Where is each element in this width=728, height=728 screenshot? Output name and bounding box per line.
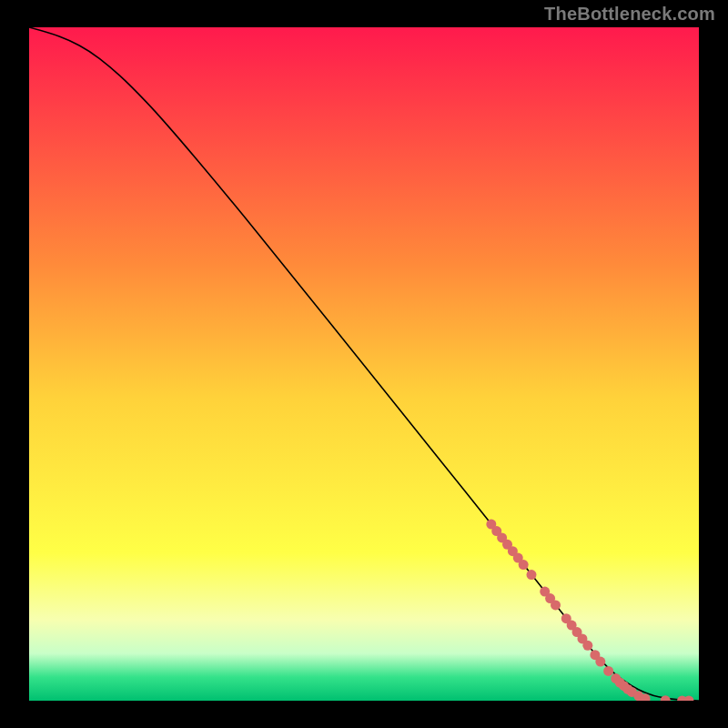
data-marker [551,600,561,610]
data-marker [527,570,537,580]
chart-frame: TheBottleneck.com [0,0,728,728]
attribution-text: TheBottleneck.com [544,4,715,25]
gradient-background [29,27,699,701]
data-marker [595,657,605,667]
data-marker [519,560,529,570]
plot-area [29,27,699,701]
data-marker [582,641,592,651]
chart-svg [29,27,699,701]
data-marker [603,666,613,676]
